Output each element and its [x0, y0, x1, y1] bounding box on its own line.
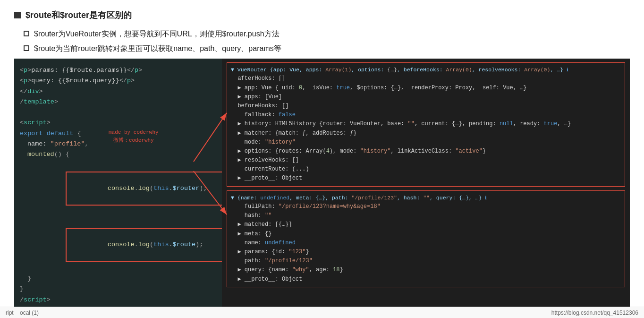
main-title: $route和$router是有区别的 [25, 9, 132, 21]
code-line-3: </div> [20, 86, 216, 97]
watermark: made by coderwhy 微博：coderwhy [109, 129, 159, 144]
footer-tab-local: ocal (1) [20, 309, 39, 316]
bullet-box-icon-1 [24, 31, 29, 36]
code-line-5 [20, 107, 216, 118]
footer-right: https://blog.csdn.net/qq_41512306 [551, 309, 638, 316]
debug-r-l4: beforeHooks: [] [231, 102, 621, 111]
code-line-6: <script> [20, 118, 216, 128]
debug-r-l2: ▶ app: Vue {_uid: 0, _isVue: true, $opti… [231, 84, 621, 93]
debug-r-l12: ▶ __proto__: Object [231, 174, 621, 183]
code-line-2: <p>query: {{$route.query}}</p> [20, 76, 216, 86]
bullet-box-icon-2 [24, 45, 29, 51]
bullet-item-1: $router为VueRouter实例，想要导航到不同URL，则使用$route… [24, 29, 630, 39]
watermark-line1: made by coderwhy [109, 129, 159, 137]
bullet-item-2: $route为当前router跳转对象里面可以获取name、path、query… [24, 44, 630, 54]
code-line-12: } [20, 274, 216, 284]
page-container: $route和$router是有区别的 $router为VueRouter实例，… [0, 0, 644, 318]
bullet-list: $router为VueRouter实例，想要导航到不同URL，则使用$route… [24, 29, 630, 54]
debug-rt-l3: ▶ matched: [{…}] [231, 220, 621, 229]
debug-r-l11: currentRoute: (...) [231, 165, 621, 174]
code-panel: <p>params: {{$route.params}}</p> <p>quer… [14, 59, 630, 312]
debug-r-l5: fallback: false [231, 111, 621, 120]
footer-tab-ript: ript [6, 309, 14, 316]
debug-rt-l4: ▶ meta: {} [231, 230, 621, 239]
debug-rt-l6: ▶ params: {id: "123"} [231, 248, 621, 257]
section-title: $route和$router是有区别的 [14, 9, 630, 21]
debug-block-router: ▼ VueRouter {app: Vue, apps: Array(1), o… [227, 62, 625, 187]
watermark-line2: 微博：coderwhy [109, 137, 159, 145]
debug-block-route: ▼ {name: undefined, meta: {…}, path: "/p… [227, 190, 625, 287]
footer-bar: ript ocal (1) https://blog.csdn.net/qq_4… [0, 307, 644, 318]
code-line-14: /script> [20, 295, 216, 305]
code-line-4: /template> [20, 97, 216, 107]
debug-rt-l1: fullPath: "/profile/123?name=why&age=18" [231, 202, 621, 211]
debug-r-l1: afterHooks: [] [231, 74, 621, 83]
debug-r-l3: ▶ apps: [Vue] [231, 93, 621, 102]
debug-rt-l7: path: "/profile/123" [231, 257, 621, 266]
debug-route-header: ▼ {name: undefined, meta: {…}, path: "/p… [231, 194, 621, 202]
code-line-9: mounted() { [20, 149, 216, 160]
footer-left: ript ocal (1) [6, 309, 39, 316]
debug-router-header: ▼ VueRouter {app: Vue, apps: Array(1), o… [231, 66, 621, 74]
debug-rt-l5: name: undefined [231, 239, 621, 248]
debug-r-l10: ▶ resolveHooks: [] [231, 156, 621, 165]
code-line-1: <p>params: {{$route.params}}</p> [20, 65, 216, 76]
code-line-11-wrapper: console.log(this.$route); [20, 217, 216, 273]
debug-rt-l9: ▶ __proto__: Object [231, 275, 621, 284]
debug-r-l7: ▶ matcher: {match: ƒ, addRoutes: ƒ} [231, 129, 621, 138]
code-right-pane: ▼ VueRouter {app: Vue, apps: Array(1), o… [222, 59, 630, 312]
debug-rt-l2: hash: "" [231, 211, 621, 220]
code-line-13: } [20, 284, 216, 294]
debug-r-l9: ▶ options: {routes: Array(4), mode: "his… [231, 147, 621, 156]
code-line-10-wrapper: console.log(this.$router); [20, 161, 216, 216]
bullet-text-2: $route为当前router跳转对象里面可以获取name、path、query… [34, 44, 281, 54]
debug-r-l6: ▶ history: HTML5History {router: VueRout… [231, 120, 621, 129]
code-left-pane: <p>params: {{$route.params}}</p> <p>quer… [14, 59, 222, 312]
bullet-text-1: $router为VueRouter实例，想要导航到不同URL，则使用$route… [34, 29, 280, 39]
bullet-square-icon [14, 12, 21, 18]
debug-r-l8: mode: "history" [231, 138, 621, 147]
debug-rt-l8: ▶ query: {name: "why", age: 18} [231, 266, 621, 275]
